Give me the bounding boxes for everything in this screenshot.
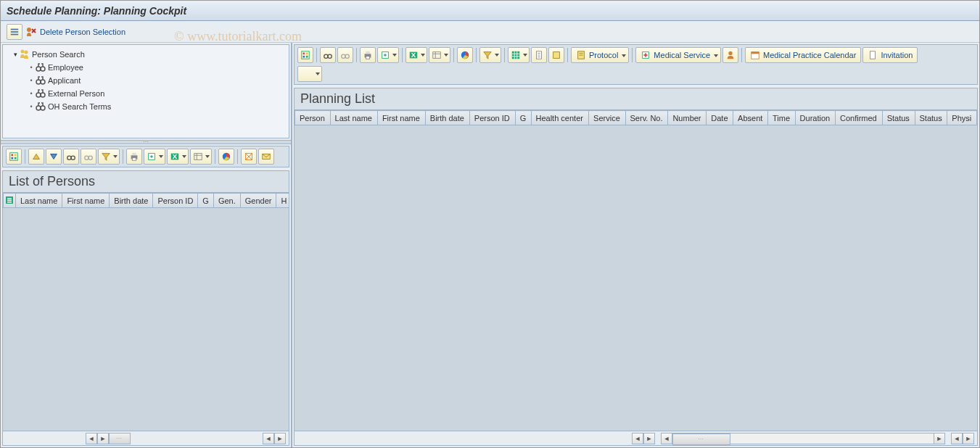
col-service[interactable]: Service (589, 111, 625, 125)
tree-item-oh-search-terms[interactable]: • OH Search Terms (4, 100, 287, 113)
protocol-button[interactable]: Protocol (571, 47, 629, 63)
col-person-id[interactable]: Person ID (153, 194, 198, 208)
binoculars-icon (66, 152, 76, 162)
details-button[interactable] (6, 149, 22, 165)
svg-point-22 (88, 156, 92, 159)
print-button[interactable] (360, 47, 376, 63)
chart-button[interactable] (457, 47, 473, 63)
binoculars-icon (323, 50, 333, 60)
scroll-left-button[interactable]: ◄ (632, 433, 643, 444)
find-next-button[interactable] (337, 47, 353, 63)
select-all-icon (5, 196, 14, 204)
svg-point-13 (41, 106, 45, 110)
svg-rect-18 (15, 157, 17, 159)
svg-rect-50 (366, 57, 369, 59)
more-button[interactable] (297, 66, 322, 82)
tree-item-external-person[interactable]: • External Person (4, 87, 287, 100)
col-physician[interactable]: Physi (947, 111, 977, 125)
excel-button[interactable]: X (405, 47, 427, 63)
details-button[interactable] (297, 47, 313, 63)
excel-button[interactable]: X (167, 149, 189, 165)
col-duration[interactable]: Duration (795, 111, 835, 125)
col-time[interactable]: Time (768, 111, 796, 125)
planning-empty-body (295, 125, 977, 401)
svg-rect-15 (12, 154, 14, 157)
filter-button[interactable] (479, 47, 501, 63)
scroll-thumb[interactable]: ⋯ (109, 433, 131, 444)
col-health-center[interactable]: Health center (531, 111, 589, 125)
svg-rect-77 (870, 51, 876, 59)
svg-text:X: X (173, 152, 178, 160)
export-button[interactable] (144, 149, 165, 165)
scroll-right-button[interactable]: ► (274, 433, 286, 444)
tree-item-label: OH Search Terms (48, 102, 111, 111)
scroll-track[interactable]: ⋯ (672, 433, 934, 444)
col-number[interactable]: Number (668, 111, 707, 125)
col-absent[interactable]: Absent (733, 111, 768, 125)
filter-button[interactable] (98, 149, 120, 165)
col-first-name[interactable]: First name (377, 111, 425, 125)
col-person[interactable]: Person (295, 111, 331, 125)
select-all-button[interactable] (4, 194, 16, 208)
col-status[interactable]: Status (882, 111, 915, 125)
scroll-thumb[interactable]: ⋯ (672, 434, 730, 445)
scroll-right-button[interactable]: ► (963, 433, 974, 444)
delete-person-icon (25, 26, 37, 38)
calendar-button[interactable]: Medical Practice Calendar (745, 47, 861, 63)
layout-button[interactable] (190, 149, 212, 165)
col-g[interactable]: G (515, 111, 531, 125)
menu-button[interactable] (7, 24, 22, 40)
find-button[interactable] (320, 47, 336, 63)
medical-service-button[interactable]: Medical Service (635, 47, 721, 63)
col-gen[interactable]: Gen. (213, 194, 240, 208)
col-date[interactable]: Date (707, 111, 733, 125)
sort-asc-button[interactable] (28, 149, 44, 165)
scroll-track-left-button[interactable]: ◄ (661, 433, 672, 444)
col-person-id[interactable]: Person ID (469, 111, 515, 125)
grid-button[interactable] (508, 47, 530, 63)
layout-button[interactable] (429, 47, 450, 63)
sort-asc-icon (31, 152, 41, 162)
person-button[interactable] (722, 47, 738, 63)
note-button[interactable] (548, 47, 564, 63)
print-button[interactable] (126, 149, 142, 165)
col-h[interactable]: H (276, 194, 289, 208)
scroll-left-button[interactable]: ◄ (951, 433, 963, 444)
planning-header-row: Person Last name First name Birth date P… (295, 111, 977, 125)
find-next-button[interactable] (81, 149, 96, 165)
col-last-name[interactable]: Last name (16, 194, 62, 208)
col-birth-date[interactable]: Birth date (110, 194, 153, 208)
tree-item-employee[interactable]: • Employee (4, 61, 287, 74)
col-g[interactable]: G (198, 194, 214, 208)
col-last-name[interactable]: Last name (330, 111, 377, 125)
scroll-right-button[interactable]: ► (643, 433, 655, 444)
col-serv-no[interactable]: Serv. No. (625, 111, 668, 125)
tree-item-applicant[interactable]: • Applicant (4, 74, 287, 87)
scroll-left-button[interactable]: ◄ (263, 433, 274, 444)
scroll-left-button[interactable]: ◄ (86, 433, 97, 444)
delete-person-selection-link[interactable]: Delete Person Selection (25, 26, 125, 38)
invitation-button[interactable]: Invitation (862, 47, 918, 63)
print-icon (363, 50, 373, 60)
mail-button[interactable] (258, 149, 274, 165)
select-person-button[interactable] (241, 149, 257, 165)
calendar-label: Medical Practice Calendar (763, 51, 856, 59)
scroll-right-button[interactable]: ► (97, 433, 109, 444)
col-first-name[interactable]: First name (62, 194, 110, 208)
scroll-track-right-button[interactable]: ► (934, 433, 945, 444)
svg-point-46 (342, 54, 345, 58)
export-button[interactable] (377, 47, 399, 63)
horizontal-splitter[interactable]: ⋯ (1, 140, 291, 144)
chart-button[interactable] (218, 149, 234, 165)
doc-button[interactable] (531, 47, 547, 63)
svg-point-4 (21, 50, 25, 54)
col-status2[interactable]: Status (915, 111, 947, 125)
sort-desc-button[interactable] (46, 149, 62, 165)
find-button[interactable] (63, 149, 79, 165)
col-birth-date[interactable]: Birth date (425, 111, 469, 125)
col-gender[interactable]: Gender (240, 194, 276, 208)
collapse-icon[interactable]: ▾ (12, 51, 19, 58)
planning-toolbar: X Protocol Medical Service (294, 44, 978, 85)
tree-root-person-search[interactable]: ▾ Person Search (4, 48, 287, 61)
col-confirmed[interactable]: Confirmed (835, 111, 882, 125)
